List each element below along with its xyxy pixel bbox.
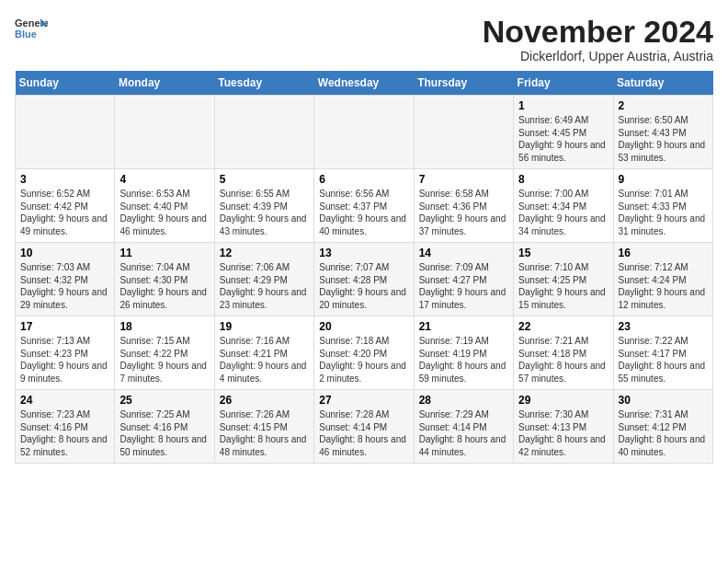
title-section: November 2024 Dickerldorf, Upper Austria…	[483, 15, 713, 63]
day-cell: 26Sunrise: 7:26 AM Sunset: 4:15 PM Dayli…	[214, 390, 313, 464]
day-cell: 22Sunrise: 7:21 AM Sunset: 4:18 PM Dayli…	[514, 316, 613, 390]
day-cell: 11Sunrise: 7:04 AM Sunset: 4:30 PM Dayli…	[115, 243, 214, 316]
day-number: 12	[220, 247, 309, 259]
day-info: Sunrise: 7:10 AM Sunset: 4:25 PM Dayligh…	[518, 261, 608, 311]
day-cell: 27Sunrise: 7:28 AM Sunset: 4:14 PM Dayli…	[314, 390, 414, 464]
day-info: Sunrise: 7:25 AM Sunset: 4:16 PM Dayligh…	[119, 408, 209, 458]
day-number: 10	[20, 247, 109, 259]
day-info: Sunrise: 7:15 AM Sunset: 4:22 PM Dayligh…	[119, 335, 209, 385]
day-number: 23	[619, 320, 708, 333]
day-info: Sunrise: 7:09 AM Sunset: 4:27 PM Dayligh…	[419, 261, 508, 311]
day-cell	[314, 96, 414, 169]
day-number: 27	[319, 394, 408, 407]
col-header-monday: Monday	[115, 71, 214, 96]
day-cell: 2Sunrise: 6:50 AM Sunset: 4:43 PM Daylig…	[613, 96, 712, 169]
day-number: 1	[518, 99, 608, 112]
day-cell: 10Sunrise: 7:03 AM Sunset: 4:32 PM Dayli…	[16, 243, 115, 316]
day-number: 29	[518, 394, 608, 407]
location-title: Dickerldorf, Upper Austria, Austria	[483, 49, 713, 63]
day-info: Sunrise: 7:30 AM Sunset: 4:13 PM Dayligh…	[518, 408, 608, 458]
day-number: 6	[319, 173, 408, 186]
day-cell: 18Sunrise: 7:15 AM Sunset: 4:22 PM Dayli…	[115, 316, 214, 390]
day-info: Sunrise: 7:28 AM Sunset: 4:14 PM Dayligh…	[319, 408, 408, 458]
day-info: Sunrise: 7:04 AM Sunset: 4:30 PM Dayligh…	[119, 261, 209, 311]
day-info: Sunrise: 7:29 AM Sunset: 4:14 PM Dayligh…	[419, 408, 508, 458]
day-cell: 21Sunrise: 7:19 AM Sunset: 4:19 PM Dayli…	[414, 316, 513, 390]
header-row: SundayMondayTuesdayWednesdayThursdayFrid…	[16, 71, 713, 96]
month-title: November 2024	[483, 15, 713, 49]
day-cell: 6Sunrise: 6:56 AM Sunset: 4:37 PM Daylig…	[314, 169, 414, 243]
day-info: Sunrise: 6:56 AM Sunset: 4:37 PM Dayligh…	[319, 188, 408, 237]
day-number: 5	[220, 173, 309, 186]
day-cell: 12Sunrise: 7:06 AM Sunset: 4:29 PM Dayli…	[214, 243, 313, 316]
day-number: 3	[20, 173, 109, 186]
day-info: Sunrise: 6:49 AM Sunset: 4:45 PM Dayligh…	[518, 114, 608, 164]
day-cell: 3Sunrise: 6:52 AM Sunset: 4:42 PM Daylig…	[16, 169, 115, 243]
day-info: Sunrise: 7:21 AM Sunset: 4:18 PM Dayligh…	[518, 335, 608, 385]
day-number: 21	[419, 320, 508, 333]
col-header-wednesday: Wednesday	[314, 71, 414, 96]
header: General Blue November 2024 Dickerldorf, …	[15, 15, 713, 63]
day-info: Sunrise: 6:58 AM Sunset: 4:36 PM Dayligh…	[419, 188, 508, 237]
week-row-4: 17Sunrise: 7:13 AM Sunset: 4:23 PM Dayli…	[16, 316, 713, 390]
day-cell: 30Sunrise: 7:31 AM Sunset: 4:12 PM Dayli…	[613, 390, 712, 464]
day-info: Sunrise: 7:06 AM Sunset: 4:29 PM Dayligh…	[220, 261, 309, 311]
day-info: Sunrise: 7:18 AM Sunset: 4:20 PM Dayligh…	[319, 335, 408, 385]
day-cell: 1Sunrise: 6:49 AM Sunset: 4:45 PM Daylig…	[514, 96, 613, 169]
col-header-sunday: Sunday	[16, 71, 115, 96]
col-header-thursday: Thursday	[414, 71, 513, 96]
day-cell: 14Sunrise: 7:09 AM Sunset: 4:27 PM Dayli…	[414, 243, 513, 316]
day-cell: 23Sunrise: 7:22 AM Sunset: 4:17 PM Dayli…	[613, 316, 712, 390]
day-info: Sunrise: 7:07 AM Sunset: 4:28 PM Dayligh…	[319, 261, 408, 311]
svg-text:Blue: Blue	[15, 29, 37, 40]
day-info: Sunrise: 6:53 AM Sunset: 4:40 PM Dayligh…	[119, 188, 209, 237]
day-number: 30	[619, 394, 708, 407]
day-number: 13	[319, 247, 408, 259]
day-number: 11	[119, 247, 209, 259]
day-info: Sunrise: 7:31 AM Sunset: 4:12 PM Dayligh…	[619, 408, 708, 458]
week-row-1: 1Sunrise: 6:49 AM Sunset: 4:45 PM Daylig…	[16, 96, 713, 169]
day-number: 7	[419, 173, 508, 186]
col-header-friday: Friday	[514, 71, 613, 96]
day-info: Sunrise: 6:55 AM Sunset: 4:39 PM Dayligh…	[220, 188, 309, 237]
day-cell: 5Sunrise: 6:55 AM Sunset: 4:39 PM Daylig…	[214, 169, 313, 243]
day-info: Sunrise: 7:22 AM Sunset: 4:17 PM Dayligh…	[619, 335, 708, 385]
day-info: Sunrise: 6:52 AM Sunset: 4:42 PM Dayligh…	[20, 188, 109, 237]
day-number: 26	[220, 394, 309, 407]
day-number: 4	[119, 173, 209, 186]
day-cell: 24Sunrise: 7:23 AM Sunset: 4:16 PM Dayli…	[16, 390, 115, 464]
col-header-saturday: Saturday	[613, 71, 712, 96]
week-row-3: 10Sunrise: 7:03 AM Sunset: 4:32 PM Dayli…	[16, 243, 713, 316]
day-info: Sunrise: 7:12 AM Sunset: 4:24 PM Dayligh…	[619, 261, 708, 311]
day-cell: 17Sunrise: 7:13 AM Sunset: 4:23 PM Dayli…	[16, 316, 115, 390]
day-cell: 13Sunrise: 7:07 AM Sunset: 4:28 PM Dayli…	[314, 243, 414, 316]
calendar-table: SundayMondayTuesdayWednesdayThursdayFrid…	[15, 71, 713, 464]
day-info: Sunrise: 7:19 AM Sunset: 4:19 PM Dayligh…	[419, 335, 508, 385]
day-number: 25	[119, 394, 209, 407]
day-number: 2	[619, 99, 708, 112]
day-number: 15	[518, 247, 608, 259]
day-number: 18	[119, 320, 209, 333]
day-cell: 25Sunrise: 7:25 AM Sunset: 4:16 PM Dayli…	[115, 390, 214, 464]
day-cell	[115, 96, 214, 169]
day-info: Sunrise: 7:26 AM Sunset: 4:15 PM Dayligh…	[220, 408, 309, 458]
day-cell: 9Sunrise: 7:01 AM Sunset: 4:33 PM Daylig…	[613, 169, 712, 243]
day-info: Sunrise: 7:23 AM Sunset: 4:16 PM Dayligh…	[20, 408, 109, 458]
day-number: 20	[319, 320, 408, 333]
week-row-2: 3Sunrise: 6:52 AM Sunset: 4:42 PM Daylig…	[16, 169, 713, 243]
logo-icon: General Blue	[15, 15, 48, 42]
day-cell: 20Sunrise: 7:18 AM Sunset: 4:20 PM Dayli…	[314, 316, 414, 390]
day-cell: 4Sunrise: 6:53 AM Sunset: 4:40 PM Daylig…	[115, 169, 214, 243]
day-cell: 16Sunrise: 7:12 AM Sunset: 4:24 PM Dayli…	[613, 243, 712, 316]
day-cell	[414, 96, 513, 169]
day-cell: 7Sunrise: 6:58 AM Sunset: 4:36 PM Daylig…	[414, 169, 513, 243]
day-info: Sunrise: 7:16 AM Sunset: 4:21 PM Dayligh…	[220, 335, 309, 385]
day-number: 8	[518, 173, 608, 186]
day-info: Sunrise: 7:01 AM Sunset: 4:33 PM Dayligh…	[619, 188, 708, 237]
day-cell	[214, 96, 313, 169]
logo: General Blue	[15, 15, 48, 42]
day-number: 17	[20, 320, 109, 333]
day-number: 22	[518, 320, 608, 333]
day-number: 24	[20, 394, 109, 407]
col-header-tuesday: Tuesday	[214, 71, 313, 96]
